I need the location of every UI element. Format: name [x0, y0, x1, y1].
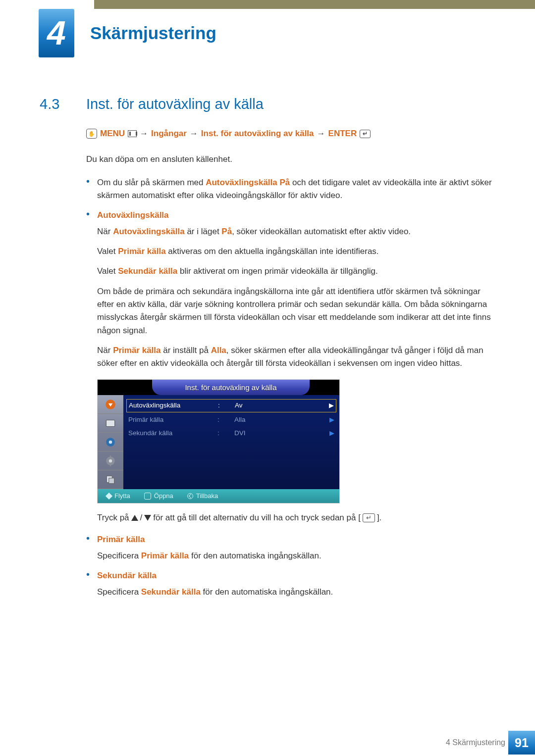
arrow-icon: → — [140, 127, 148, 140]
remote-icon: ✋ — [86, 129, 97, 139]
bullet-title: Sekundär källa — [97, 569, 495, 582]
text: Om du slår på skärmen med — [97, 178, 206, 187]
osd-side-tabs — [98, 395, 123, 489]
osd-tab-sound[interactable] — [98, 433, 123, 452]
svg-rect-6 — [110, 455, 111, 457]
bullet-autovaxling: Autoväxlingskälla När Autoväxlingskälla … — [86, 209, 495, 524]
chapter-title: Skärmjustering — [90, 20, 216, 47]
osd-main: Autoväxlingskälla : Av ▶ Primär källa : … — [123, 395, 339, 489]
osd-footer: Flytta Öppna Tillbaka — [98, 489, 339, 503]
osd-sep: : — [213, 415, 224, 425]
para: Valet Sekundär källa blir aktiverat om i… — [97, 265, 495, 278]
chapter-number: 4 — [47, 7, 66, 59]
content: 4.3 Inst. för autoväxling av källa ✋ MEN… — [40, 93, 495, 605]
para: Om både de primära och sekundära ingångs… — [97, 285, 495, 337]
arrow-icon: → — [190, 127, 198, 140]
page-footer: 4 Skärmjustering 91 — [0, 729, 535, 756]
menu-navigation-path: ✋ MENU → Ingångar → Inst. för autoväxlin… — [86, 127, 495, 140]
enter-icon: ↵ — [363, 513, 375, 522]
osd-value: Av — [225, 401, 294, 411]
bullet-primar: Primär källa Specificera Primär källa fö… — [86, 533, 495, 562]
enter-icon — [144, 493, 151, 500]
nav-p2: Inst. för autoväxling av källa — [201, 127, 314, 140]
section-heading: 4.3 Inst. för autoväxling av källa — [40, 93, 495, 115]
enter-icon: ↵ — [360, 130, 371, 138]
chevron-right-icon: ▶ — [294, 415, 334, 425]
osd-row[interactable]: Primär källa : Alla ▶ — [123, 413, 339, 427]
para: Specificera Primär källa för den automat… — [97, 550, 495, 562]
note-bullet: Om du slår på skärmen med Autoväxlingskä… — [86, 176, 495, 202]
para: När Primär källa är inställt på Alla, sö… — [97, 344, 495, 370]
osd-value: DVI — [224, 428, 294, 439]
nav-enter: ENTER — [328, 127, 357, 140]
press-instruction: Tryck på / för att gå till det alternati… — [97, 511, 495, 524]
svg-rect-1 — [106, 420, 114, 426]
nav-p1: Ingångar — [151, 127, 187, 140]
chevron-right-icon: ▶ — [294, 428, 334, 438]
para: Valet Primär källa aktiveras om den aktu… — [97, 245, 495, 258]
down-arrow-icon — [144, 515, 151, 521]
footer-page-number: 91 — [508, 731, 535, 755]
osd-hint-move: Flytta — [107, 491, 130, 501]
svg-point-5 — [109, 459, 112, 462]
section-title: Inst. för autoväxling av källa — [86, 93, 264, 115]
bullet-title: Autoväxlingskälla — [97, 209, 495, 222]
osd-row-selected[interactable]: Autoväxlingskälla : Av ▶ — [126, 399, 336, 412]
osd-tab-multi[interactable] — [98, 470, 123, 489]
back-icon — [187, 493, 193, 499]
up-arrow-icon — [131, 515, 138, 521]
osd-sep: : — [213, 428, 224, 439]
osd-label: Sekundär källa — [128, 428, 213, 439]
osd-tab-input[interactable] — [98, 395, 123, 414]
footer-label: 4 Skärmjustering — [446, 737, 505, 749]
osd-sep: : — [213, 401, 225, 411]
intro-text: Du kan döpa om en ansluten källenhet. — [86, 153, 495, 166]
svg-rect-7 — [110, 464, 111, 466]
bullet-sekundar: Sekundär källa Specificera Sekundär käll… — [86, 569, 495, 599]
osd-tab-picture[interactable] — [98, 414, 123, 433]
chevron-right-icon: ▶ — [294, 401, 334, 410]
menu-icon — [128, 130, 137, 137]
osd-hint-open: Öppna — [144, 491, 173, 501]
osd-hint-back: Tillbaka — [187, 491, 218, 501]
osd-title: Inst. för autoväxling av källa — [152, 380, 310, 395]
osd-tab-setup[interactable] — [98, 452, 123, 470]
section-number: 4.3 — [40, 93, 74, 115]
osd-value: Alla — [224, 415, 294, 425]
osd-label: Autoväxlingskälla — [129, 401, 213, 411]
osd-label: Primär källa — [128, 415, 213, 425]
arrow-icon: → — [317, 127, 325, 140]
osd-row[interactable]: Sekundär källa : DVI ▶ — [123, 427, 339, 440]
para: När Autoväxlingskälla är i läget På, sök… — [97, 225, 495, 238]
osd-panel: Inst. för autoväxling av källa Autoväxli… — [97, 379, 340, 504]
nav-menu: MENU — [100, 127, 125, 140]
svg-point-3 — [109, 440, 112, 444]
para: Specificera Sekundär källa för den autom… — [97, 586, 495, 599]
bullet-title: Primär källa — [97, 533, 495, 546]
svg-rect-9 — [109, 478, 114, 483]
highlight: Autoväxlingskälla På — [206, 178, 290, 187]
move-icon — [106, 493, 112, 500]
chapter-badge: 4 — [39, 9, 74, 57]
top-bar — [94, 0, 535, 9]
